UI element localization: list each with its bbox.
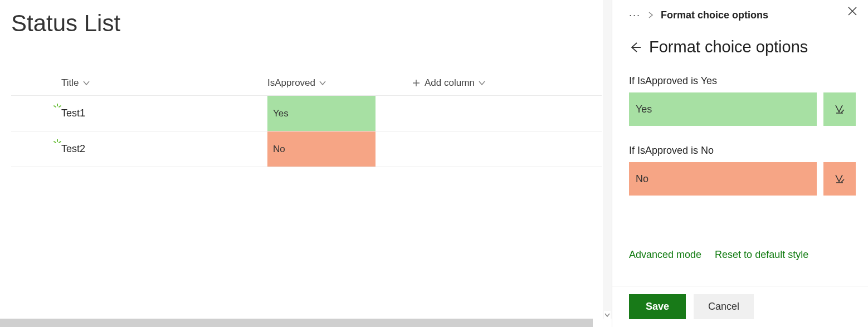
rule-label-yes: If IsApproved is Yes <box>629 75 856 87</box>
chevron-down-icon <box>82 79 90 87</box>
breadcrumb: ··· Format choice options <box>629 6 856 25</box>
isapproved-value: Yes <box>273 108 289 119</box>
swatch-yes: Yes <box>629 92 817 126</box>
table-row[interactable]: Test1 Yes <box>11 96 602 131</box>
edit-style-no-button[interactable] <box>823 162 856 196</box>
svg-line-4 <box>54 141 56 143</box>
chevron-down-icon <box>319 79 326 87</box>
close-button[interactable] <box>847 6 858 17</box>
rule-block-yes: If IsApproved is Yes Yes <box>629 75 856 126</box>
rule-label-no: If IsApproved is No <box>629 145 856 157</box>
chevron-right-icon <box>647 12 654 18</box>
table-row[interactable]: Test2 No <box>11 131 602 167</box>
save-button[interactable]: Save <box>629 294 686 319</box>
add-column-button[interactable]: Add column <box>412 77 557 89</box>
breadcrumb-current: Format choice options <box>661 9 768 21</box>
new-item-icon <box>53 104 61 111</box>
title-cell: Test2 <box>11 131 267 167</box>
swatch-no: No <box>629 162 817 196</box>
svg-line-2 <box>59 106 61 107</box>
isapproved-value: No <box>273 144 285 155</box>
title-cell: Test1 <box>11 96 267 131</box>
swatch-no-value: No <box>636 173 648 185</box>
column-header-isapproved-label: IsApproved <box>267 77 315 89</box>
column-header-title-label: Title <box>61 77 79 89</box>
isapproved-cell: Yes <box>267 96 376 131</box>
panel-title-row: Format choice options <box>629 38 856 56</box>
isapproved-cell: No <box>267 131 376 167</box>
swatch-yes-value: Yes <box>636 104 652 115</box>
breadcrumb-ellipsis[interactable]: ··· <box>629 9 641 21</box>
panel-title: Format choice options <box>649 38 808 56</box>
vertical-scrollbar[interactable] <box>603 0 612 319</box>
edit-style-yes-button[interactable] <box>823 92 856 126</box>
chevron-down-icon <box>478 79 486 87</box>
scroll-down-arrow[interactable] <box>604 311 611 319</box>
panel-footer: Save Cancel <box>612 286 868 327</box>
edit-icon <box>833 103 846 115</box>
advanced-mode-link[interactable]: Advanced mode <box>629 249 701 261</box>
page-title: Status List <box>11 10 612 37</box>
cancel-button[interactable]: Cancel <box>694 294 754 319</box>
reset-style-link[interactable]: Reset to default style <box>715 249 808 261</box>
row-title: Test2 <box>61 143 85 155</box>
horizontal-scrollbar[interactable] <box>0 319 593 327</box>
row-title: Test1 <box>61 108 85 119</box>
edit-icon <box>833 173 846 185</box>
back-button[interactable] <box>629 41 641 53</box>
panel-links: Advanced mode Reset to default style <box>629 249 856 261</box>
column-header-title[interactable]: Title <box>11 77 267 89</box>
add-column-label: Add column <box>425 77 475 89</box>
rule-block-no: If IsApproved is No No <box>629 145 856 196</box>
plus-icon <box>412 79 420 87</box>
column-header-isapproved[interactable]: IsApproved <box>267 77 412 89</box>
list-table: Title IsApproved Add column <box>11 70 602 167</box>
list-header-row: Title IsApproved Add column <box>11 70 602 96</box>
new-item-icon <box>53 139 61 147</box>
svg-line-5 <box>59 141 61 143</box>
format-panel: ··· Format choice options Format choice … <box>612 0 868 327</box>
main-list-area: Status List Title IsApproved Add column <box>0 0 612 327</box>
svg-line-1 <box>54 106 56 107</box>
